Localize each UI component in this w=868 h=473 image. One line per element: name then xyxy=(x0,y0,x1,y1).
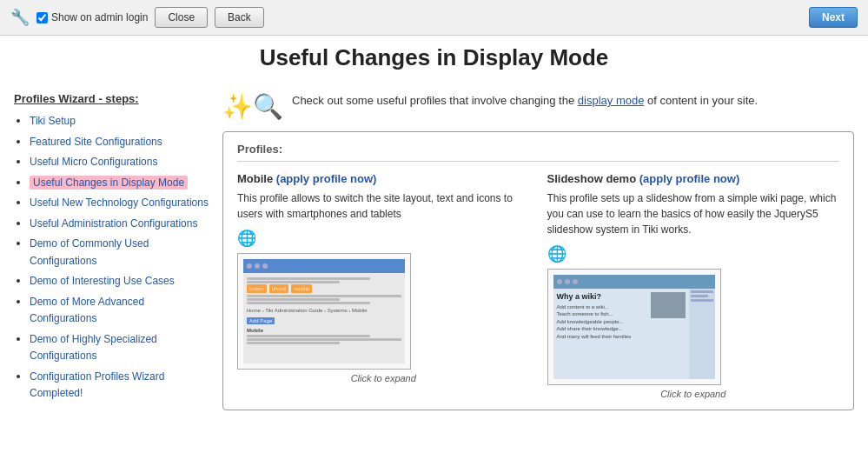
close-button[interactable]: Close xyxy=(155,7,208,28)
top-bar-left: 🔧 Show on admin login Close Back xyxy=(10,7,264,28)
slide-main: Why a wiki? Add content to a wiki... Tea… xyxy=(553,289,689,379)
slide-thumb-inner: Why a wiki? Add content to a wiki... Tea… xyxy=(553,275,715,379)
slide-body: Why a wiki? Add content to a wiki... Tea… xyxy=(553,289,715,379)
thumb-mobile-label: Home › Tiki Administration Guide › Syste… xyxy=(247,307,401,314)
sidebar-item-interesting[interactable]: Demo of Interesting Use Cases xyxy=(30,275,175,287)
top-bar: 🔧 Show on admin login Close Back Next xyxy=(0,0,868,36)
slide-sidebar-mini xyxy=(689,289,715,379)
sidebar-item-specialized[interactable]: Demo of Highly Specialized Configuration… xyxy=(30,333,157,363)
thumb-row-1: button phone mobile xyxy=(247,284,401,293)
profiles-box: Profiles: Mobile (apply profile now) Thi… xyxy=(222,131,854,410)
sidebar-list: Tiki Setup Featured Site Configurations … xyxy=(14,112,209,402)
slideshow-thumbnail[interactable]: Why a wiki? Add content to a wiki... Tea… xyxy=(547,269,721,385)
slide-side-line-3 xyxy=(691,299,713,302)
sidebar-item-advanced[interactable]: Demo of More Advanced Configurations xyxy=(30,296,144,325)
sidebar: Profiles Wizard - steps: Tiki Setup Feat… xyxy=(14,92,222,410)
slideshow-profile: Slideshow demo (apply profile now) This … xyxy=(547,172,840,399)
sidebar-item-tiki-setup[interactable]: Tiki Setup xyxy=(30,115,76,127)
sidebar-item-admin[interactable]: Useful Administration Configurations xyxy=(30,217,197,230)
list-item[interactable]: Featured Site Configurations xyxy=(30,133,209,150)
list-item[interactable]: Demo of Highly Specialized Configuration… xyxy=(30,330,209,364)
thumb-mobile-heading: Mobile xyxy=(247,327,401,334)
thumb-line-2 xyxy=(247,281,340,283)
intro-text-before: Check out some useful profiles that invo… xyxy=(292,94,578,107)
sidebar-item-new-tech[interactable]: Useful New Technology Configurations xyxy=(30,197,209,209)
mobile-profile-title: Mobile (apply profile now) xyxy=(237,172,530,185)
list-item[interactable]: Useful New Technology Configurations xyxy=(30,194,209,211)
intro-text-after: of content in your site. xyxy=(644,94,758,107)
slide-dot-3 xyxy=(573,279,578,284)
sidebar-item-micro[interactable]: Useful Micro Configurations xyxy=(30,156,157,168)
intro-text: Check out some useful profiles that invo… xyxy=(292,92,758,110)
thumb-line-7 xyxy=(247,338,401,341)
mobile-thumb-inner: button phone mobile Home › Tiki Administ… xyxy=(243,259,405,363)
thumb-dot-3 xyxy=(262,263,268,269)
list-item[interactable]: Useful Administration Configurations xyxy=(30,215,209,232)
thumb-btn-2: phone xyxy=(269,284,289,293)
show-admin-label[interactable]: Show on admin login xyxy=(36,11,148,23)
display-mode-link[interactable]: display mode xyxy=(578,94,645,107)
content-area: ✨🔍 Check out some useful profiles that i… xyxy=(222,92,854,410)
slideshow-profile-desc: This profile sets up a slideshow from a … xyxy=(547,190,840,237)
slide-dot-2 xyxy=(565,279,570,284)
slide-dot-1 xyxy=(557,279,562,284)
page-title: Useful Changes in Display Mode xyxy=(0,44,868,71)
list-item[interactable]: Demo of Interesting Use Cases xyxy=(30,272,209,290)
profiles-columns: Mobile (apply profile now) This profile … xyxy=(237,172,839,399)
thumb-line-6 xyxy=(247,335,370,337)
slide-header xyxy=(553,275,715,289)
sidebar-item-completed[interactable]: Configuration Profiles Wizard Completed! xyxy=(30,370,164,400)
main-content: Profiles Wizard - steps: Tiki Setup Feat… xyxy=(0,83,868,419)
mobile-click-expand: Click to expand xyxy=(237,373,530,383)
thumb-line-3 xyxy=(247,295,401,297)
thumb-body: button phone mobile Home › Tiki Administ… xyxy=(243,273,405,349)
top-bar-right: Next xyxy=(809,7,858,28)
slide-sidebar-content xyxy=(691,290,713,302)
slide-side-line-1 xyxy=(691,290,713,293)
slide-img xyxy=(651,292,686,318)
slideshow-click-expand: Click to expand xyxy=(547,389,840,399)
list-item[interactable]: Demo of More Advanced Configurations xyxy=(30,293,209,327)
sidebar-item-featured[interactable]: Featured Site Configurations xyxy=(30,136,162,148)
sidebar-heading: Profiles Wizard - steps: xyxy=(14,92,209,105)
mobile-icon: 🌐 xyxy=(237,229,530,248)
thumb-line-1 xyxy=(247,277,370,280)
intro-row: ✨🔍 Check out some useful profiles that i… xyxy=(222,92,854,121)
slideshow-apply-link[interactable]: (apply profile now) xyxy=(639,172,740,185)
mobile-profile-desc: This profile allows to switch the site l… xyxy=(237,190,530,222)
thumb-dot-1 xyxy=(247,263,252,269)
slideshow-icon: 🌐 xyxy=(547,244,840,263)
list-item[interactable]: Demo of Commonly Used Configurations xyxy=(30,235,209,269)
sidebar-item-display[interactable]: Useful Changes in Display Mode xyxy=(30,176,188,190)
show-admin-checkbox[interactable] xyxy=(36,12,48,23)
mobile-thumbnail[interactable]: button phone mobile Home › Tiki Administ… xyxy=(237,253,411,370)
back-button[interactable]: Back xyxy=(215,7,264,28)
add-page-btn: Add Page xyxy=(247,317,275,324)
sidebar-item-commonly[interactable]: Demo of Commonly Used Configurations xyxy=(30,237,149,267)
thumb-header xyxy=(243,259,405,273)
wrench-icon: 🔧 xyxy=(10,8,30,27)
list-item[interactable]: Useful Micro Configurations xyxy=(30,153,209,170)
mobile-profile: Mobile (apply profile now) This profile … xyxy=(237,172,530,399)
slideshow-profile-title: Slideshow demo (apply profile now) xyxy=(547,172,840,185)
mobile-apply-link[interactable]: (apply profile now) xyxy=(276,172,377,185)
list-item[interactable]: Tiki Setup xyxy=(30,112,209,130)
thumb-btn-1: button xyxy=(247,284,267,293)
show-admin-text: Show on admin login xyxy=(51,11,148,23)
thumb-line-8 xyxy=(247,342,340,344)
list-item[interactable]: Configuration Profiles Wizard Completed! xyxy=(30,368,209,402)
list-item[interactable]: Useful Changes in Display Mode xyxy=(30,174,209,191)
thumb-add-page: Add Page xyxy=(247,316,401,325)
thumb-line-4 xyxy=(247,298,340,301)
thumb-line-5 xyxy=(247,302,370,304)
thumb-btn-3: mobile xyxy=(291,284,312,293)
thumb-dot-2 xyxy=(255,263,260,269)
profiles-label: Profiles: xyxy=(237,143,839,162)
star-wand-icon: ✨🔍 xyxy=(222,92,283,121)
slide-side-line-2 xyxy=(691,295,709,297)
next-button[interactable]: Next xyxy=(809,7,858,28)
